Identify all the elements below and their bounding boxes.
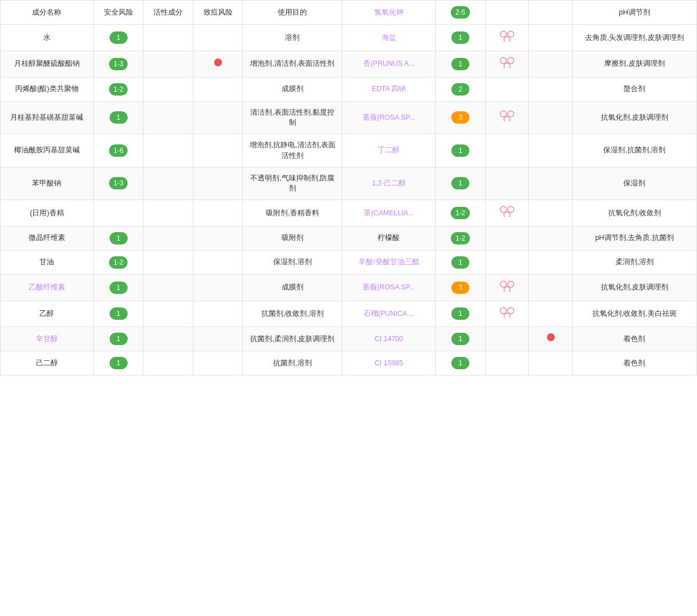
safety-level: 1 (93, 327, 143, 351)
ingredient-name: 月桂基羟基磺基甜菜碱 (1, 101, 94, 134)
ingredient-purpose: 抗菌剂,收敛剂,溶剂 (243, 301, 342, 327)
safety-level: 1 (93, 25, 143, 51)
ingredient2-acne-marker (529, 51, 572, 77)
col-header-acne: 致痘风险 (193, 1, 243, 25)
header-ingredient2-label: 氢氧化钾 (374, 8, 404, 16)
svg-point-16 (508, 307, 514, 314)
ingredient2-level: 1-2 (436, 226, 486, 250)
svg-point-10 (508, 206, 514, 212)
ingredient-purpose: 抗菌剂,柔润剂,皮肤调理剂 (243, 327, 342, 351)
ingredient2-active-marker (485, 101, 528, 134)
svg-point-6 (500, 111, 506, 117)
ingredient2-purpose: 螯合剂 (572, 77, 696, 101)
active-ingredient-marker (143, 77, 193, 101)
ingredient2-active-marker (485, 167, 528, 200)
ingredient-purpose: 抗菌剂,溶剂 (243, 351, 342, 375)
ingredient2-name[interactable]: CI 15985 (342, 351, 436, 375)
ingredient2-purpose: pH调节剂,去角质,抗菌剂 (572, 226, 696, 250)
safety-level: 1 (93, 301, 143, 327)
acne-risk-marker (193, 101, 243, 134)
safety-level: 1-2 (93, 77, 143, 101)
ingredient2-acne-marker (529, 167, 572, 200)
ingredient2-purpose: 抗氧化剂,皮肤调理剂 (572, 274, 696, 301)
svg-point-15 (500, 307, 506, 314)
ingredient2-acne-marker (529, 25, 572, 51)
table-row: (日用)香精吸附剂,香精香料茶(CAMELLIA...1-2 抗氧化剂,收敛剂 (1, 200, 697, 227)
safety-level (93, 200, 143, 227)
ingredient2-name[interactable]: 丁二醇 (342, 134, 436, 167)
ingredient-name: 己二醇 (1, 351, 94, 375)
ingredient2-active-marker (485, 226, 528, 250)
ingredient2-name[interactable]: 柠檬酸 (342, 226, 436, 250)
active-ingredient-marker (143, 101, 193, 134)
ingredient2-purpose: 抗氧化剂,收敛剂 (572, 200, 696, 227)
acne-risk-marker (193, 25, 243, 51)
ingredient2-level: 3 (436, 274, 486, 301)
ingredient-name: 微晶纤维素 (1, 226, 94, 250)
ingredient-purpose: 增泡剂,清洁剂,表面活性剂 (243, 51, 342, 77)
ingredient2-purpose: 保湿剂 (572, 167, 696, 200)
ingredient2-active-marker (485, 25, 528, 51)
table-row: 辛甘醇1抗菌剂,柔润剂,皮肤调理剂CI 147001着色剂 (1, 327, 697, 351)
ingredient2-name[interactable]: CI 14700 (342, 327, 436, 351)
ingredient2-name[interactable]: 辛酸/癸酸甘油三酯 (342, 250, 436, 274)
ingredient2-purpose: 去角质,头发调理剂,皮肤调理剂 (572, 25, 696, 51)
col-header-acne2 (529, 1, 572, 25)
ingredient2-active-marker (485, 200, 528, 227)
ingredient-purpose: 保湿剂,溶剂 (243, 250, 342, 274)
col-header-active2 (485, 1, 528, 25)
ingredient-name: 椰油酰胺丙基甜菜碱 (1, 134, 94, 167)
ingredient2-acne-marker (529, 134, 572, 167)
active-ingredient-marker (143, 200, 193, 227)
table-row: 月桂醇聚醚硫酸酯钠1-3增泡剂,清洁剂,表面活性剂杏(PRUNUS A...1 … (1, 51, 697, 77)
ingredient2-level: 1 (436, 327, 486, 351)
ingredient-name: 乙醇 (1, 301, 94, 327)
active-ingredient-marker (143, 25, 193, 51)
col-header-purpose2: pH调节剂 (572, 1, 696, 25)
active-ingredient-marker (143, 327, 193, 351)
acne-risk-marker (193, 351, 243, 375)
ingredient2-level: 1 (436, 134, 486, 167)
active-ingredient-marker (143, 301, 193, 327)
ingredient2-acne-marker (529, 250, 572, 274)
ingredient2-acne-marker (529, 200, 572, 227)
svg-point-17 (504, 313, 510, 318)
ingredient2-name[interactable]: EDTA 四钠 (342, 77, 436, 101)
active-ingredient-marker (143, 226, 193, 250)
active-ingredient-marker (143, 51, 193, 77)
ingredient2-name[interactable]: 海盐 (342, 25, 436, 51)
ingredient2-name[interactable]: 杏(PRUNUS A... (342, 51, 436, 77)
ingredient-name: 乙酸纤维素 (1, 274, 94, 301)
acne-risk-marker (193, 200, 243, 227)
ingredient2-name[interactable]: 茶(CAMELLIA... (342, 200, 436, 227)
ingredient-purpose: 不透明剂,气味抑制剂,防腐剂 (243, 167, 342, 200)
safety-level: 1-3 (93, 167, 143, 200)
svg-point-0 (500, 31, 506, 37)
ingredient2-name[interactable]: 蔷薇(ROSA SP... (342, 274, 436, 301)
ingredient2-name[interactable]: 1,2-己二醇 (342, 167, 436, 200)
ingredient2-level: 1 (436, 301, 486, 327)
acne-risk-marker (193, 250, 243, 274)
acne-risk-marker (193, 134, 243, 167)
svg-point-2 (504, 37, 510, 42)
safety-level: 1 (93, 226, 143, 250)
acne-risk-marker (193, 167, 243, 200)
ingredient2-name[interactable]: 蔷薇(ROSA SP... (342, 101, 436, 134)
svg-point-7 (508, 111, 514, 117)
col-header-ingredient2: 氢氧化钾 (342, 1, 436, 25)
ingredient-table: 成分名称 安全风险 活性成分 致痘风险 使用目的 氢氧化钾 2-5 pH调节剂 … (0, 0, 697, 375)
safety-level: 1 (93, 351, 143, 375)
acne-risk-marker (193, 226, 243, 250)
ingredient-name: 辛甘醇 (1, 327, 94, 351)
ingredient2-active-marker (485, 274, 528, 301)
ingredient-purpose: 成膜剂 (243, 77, 342, 101)
ingredient2-level: 2 (436, 77, 486, 101)
ingredient2-level: 1 (436, 51, 486, 77)
ingredient2-purpose: 摩擦剂,皮肤调理剂 (572, 51, 696, 77)
ingredient2-level: 1 (436, 351, 486, 375)
ingredient2-acne-marker (529, 77, 572, 101)
col-header-level2: 2-5 (436, 1, 486, 25)
ingredient2-acne-marker (529, 327, 572, 351)
ingredient2-name[interactable]: 石榴(PUNICA ... (342, 301, 436, 327)
ingredient-purpose: 增泡剂,抗静电,清洁剂,表面活性剂 (243, 134, 342, 167)
